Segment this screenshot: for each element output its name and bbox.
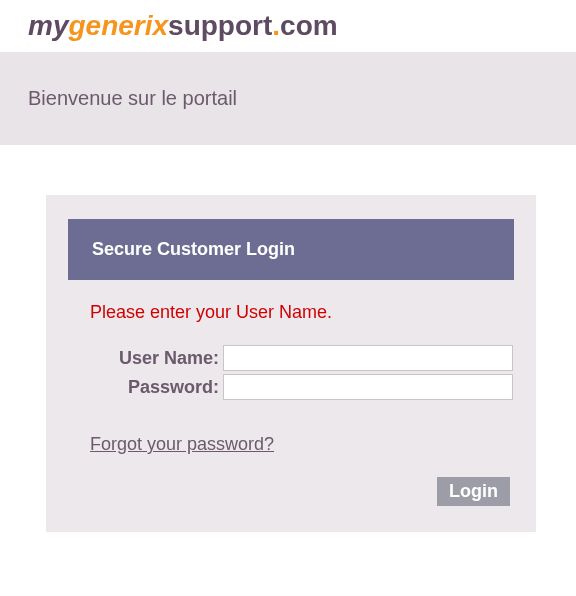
- logo-part-my: my: [28, 10, 68, 41]
- password-label: Password:: [68, 377, 223, 398]
- welcome-text: Bienvenue sur le portail: [28, 87, 237, 109]
- forgot-password-link[interactable]: Forgot your password?: [90, 434, 274, 454]
- error-message: Please enter your User Name.: [68, 302, 514, 323]
- login-box: Secure Customer Login Please enter your …: [46, 195, 536, 532]
- login-title: Secure Customer Login: [68, 219, 514, 280]
- forgot-row: Forgot your password?: [68, 434, 514, 455]
- site-logo: mygenerixsupport.com: [28, 10, 576, 42]
- username-label: User Name:: [68, 348, 223, 369]
- logo-part-com: com: [280, 10, 338, 41]
- main-area: Secure Customer Login Please enter your …: [0, 145, 576, 562]
- password-row: Password:: [68, 374, 514, 400]
- button-row: Login: [68, 477, 514, 506]
- username-input[interactable]: [223, 345, 513, 371]
- logo-part-support: support: [168, 10, 272, 41]
- login-button[interactable]: Login: [437, 477, 510, 506]
- welcome-bar: Bienvenue sur le portail: [0, 52, 576, 145]
- password-input[interactable]: [223, 374, 513, 400]
- logo-part-dot: .: [272, 10, 280, 41]
- header: mygenerixsupport.com: [0, 0, 576, 52]
- username-row: User Name:: [68, 345, 514, 371]
- logo-part-generix: generix: [68, 10, 168, 41]
